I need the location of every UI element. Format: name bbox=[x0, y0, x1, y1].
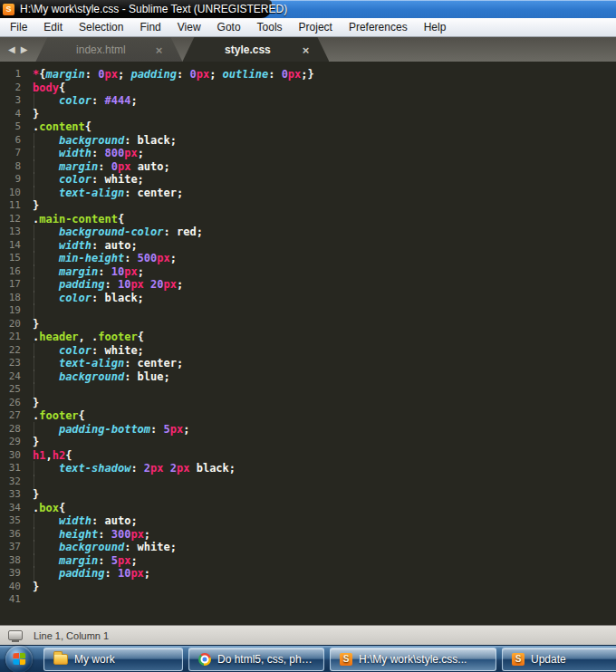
menu-help[interactable]: Help bbox=[416, 18, 455, 36]
token: px bbox=[118, 554, 130, 567]
token: px bbox=[177, 462, 189, 475]
token: : bbox=[124, 541, 137, 553]
line-number: 38 bbox=[0, 554, 33, 568]
token: : bbox=[268, 68, 281, 81]
code-line: 37 background: white; bbox=[0, 541, 616, 554]
menu-tools[interactable]: Tools bbox=[249, 18, 291, 36]
token: background-color bbox=[59, 226, 164, 238]
token: : bbox=[91, 173, 104, 186]
right-arrow-icon[interactable]: ▶ bbox=[21, 45, 28, 54]
token: px bbox=[105, 68, 118, 81]
token: red bbox=[177, 226, 197, 238]
start-button[interactable] bbox=[5, 646, 33, 672]
code-line: 35 width: auto; bbox=[0, 514, 616, 528]
code-editor[interactable]: 1*{margin: 0px; padding: 0px; outline: 0… bbox=[0, 62, 616, 625]
token: black bbox=[138, 134, 170, 147]
code-line: 5.content{ bbox=[0, 120, 616, 134]
line-number: 35 bbox=[0, 514, 33, 528]
code-text: margin: 0px auto; bbox=[33, 160, 616, 174]
token: ; bbox=[177, 357, 183, 370]
token: : bbox=[124, 370, 137, 383]
code-line: 4} bbox=[0, 108, 616, 121]
token bbox=[33, 292, 59, 304]
left-arrow-icon[interactable]: ◀ bbox=[8, 45, 15, 54]
menu-project[interactable]: Project bbox=[291, 18, 341, 36]
code-text: .content{ bbox=[33, 120, 616, 134]
line-number: 10 bbox=[0, 187, 33, 200]
tab-index.html[interactable]: index.html× bbox=[35, 37, 182, 62]
tab-style.css[interactable]: style.css× bbox=[182, 37, 329, 62]
code-line: 36 height: 300px; bbox=[0, 528, 616, 542]
token: { bbox=[59, 502, 65, 514]
code-text: margin: 10px; bbox=[33, 265, 616, 279]
menu-find[interactable]: Find bbox=[131, 18, 168, 36]
line-number: 22 bbox=[0, 344, 33, 358]
token: } bbox=[33, 397, 39, 409]
code-text: text-align: center; bbox=[33, 357, 616, 370]
token: ; bbox=[209, 68, 222, 81]
taskbar-button[interactable]: Update bbox=[502, 648, 616, 671]
token: ; bbox=[130, 94, 137, 107]
token: text-shadow bbox=[59, 462, 130, 475]
close-icon[interactable]: × bbox=[303, 43, 310, 55]
code-line: 18 color: black; bbox=[0, 292, 616, 305]
taskbar-button[interactable]: Do html5, css, php c... bbox=[188, 648, 324, 671]
chrome-icon bbox=[198, 653, 211, 666]
code-line: 32 bbox=[0, 475, 616, 489]
title-bar[interactable]: H:\My work\style.css - Sublime Text (UNR… bbox=[0, 0, 616, 18]
token: content bbox=[39, 120, 85, 133]
token bbox=[33, 94, 59, 107]
menu-goto[interactable]: Goto bbox=[209, 18, 249, 36]
token: { bbox=[65, 449, 72, 462]
code-text: h1,h2{ bbox=[33, 449, 616, 463]
line-number: 24 bbox=[0, 370, 33, 384]
token bbox=[33, 252, 59, 264]
token: white bbox=[138, 541, 170, 553]
menu-preferences[interactable]: Preferences bbox=[341, 18, 416, 36]
token: 20 bbox=[150, 278, 163, 291]
code-text: } bbox=[33, 108, 616, 121]
code-line: 28 padding-bottom: 5px; bbox=[0, 423, 616, 437]
code-text: margin: 5px; bbox=[33, 554, 616, 568]
token: : bbox=[91, 514, 104, 527]
code-line: 9 color: white; bbox=[0, 173, 616, 187]
code-text bbox=[33, 383, 616, 397]
menu-edit[interactable]: Edit bbox=[35, 18, 71, 36]
token: ; bbox=[197, 226, 203, 238]
code-text: padding-bottom: 5px; bbox=[33, 423, 616, 437]
tab-bar: ◀ ▶ index.html×style.css× bbox=[0, 37, 616, 62]
code-text: color: black; bbox=[33, 292, 616, 305]
token: background bbox=[59, 541, 124, 553]
menu-selection[interactable]: Selection bbox=[71, 18, 131, 36]
line-number: 40 bbox=[0, 581, 33, 594]
token: px bbox=[124, 147, 137, 159]
line-number: 33 bbox=[0, 488, 33, 502]
line-number: 34 bbox=[0, 502, 33, 515]
code-text: background: white; bbox=[33, 541, 616, 554]
token: #444 bbox=[104, 94, 130, 107]
taskbar-button[interactable]: H:\My work\style.css... bbox=[330, 648, 496, 671]
token bbox=[164, 462, 170, 475]
taskbar-buttons: My workDo html5, css, php c...H:\My work… bbox=[43, 648, 616, 671]
taskbar-button[interactable]: My work bbox=[43, 648, 183, 671]
token bbox=[33, 344, 59, 357]
token: 10 bbox=[118, 278, 130, 291]
menu-view[interactable]: View bbox=[169, 18, 209, 36]
code-line: 17 padding: 10px 20px; bbox=[0, 278, 616, 292]
token: 10 bbox=[111, 265, 124, 278]
line-number: 31 bbox=[0, 462, 33, 475]
sublime-icon[interactable] bbox=[3, 4, 14, 15]
menu-file[interactable]: File bbox=[2, 18, 35, 36]
code-line: 6 background: black; bbox=[0, 134, 616, 148]
token: margin bbox=[59, 160, 98, 173]
token: 0 bbox=[111, 160, 118, 173]
token: width bbox=[59, 514, 91, 527]
token: outline bbox=[223, 68, 269, 81]
line-number: 4 bbox=[0, 108, 33, 121]
window-title: H:\My work\style.css - Sublime Text (UNR… bbox=[20, 3, 287, 15]
code-line: 26} bbox=[0, 397, 616, 410]
code-line: 2body{ bbox=[0, 82, 616, 95]
close-icon[interactable]: × bbox=[156, 43, 163, 55]
line-number: 26 bbox=[0, 397, 33, 410]
token: : bbox=[177, 68, 189, 81]
